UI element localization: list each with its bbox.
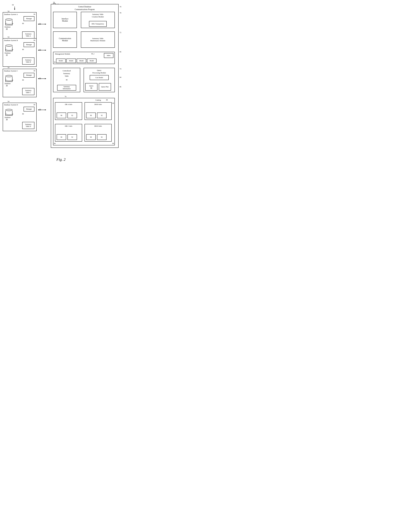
ref-94: 94 (54, 61, 55, 63)
svg-marker-10 (38, 78, 39, 79)
ref-80-b: 80 (22, 49, 24, 50)
ref-60-a: 60 (34, 13, 35, 15)
summary-table-maintenance-box: Summary Table Maintenance Module (81, 31, 115, 48)
interface-module-box: Interface Module (53, 12, 77, 28)
central-db-title: Central Database Communications Program (51, 6, 118, 11)
model-box-2: Model (66, 59, 76, 63)
model-box-3: Model (77, 59, 86, 63)
ref-72: 72 (120, 31, 121, 34)
ref-54-b: 54 (8, 36, 9, 38)
diagram: 50 52 Central Database Communications Pr… (0, 0, 122, 156)
ref-54-c: 54 (8, 67, 9, 69)
manager-a-box: Manager (24, 16, 34, 21)
ref-78: 78 (120, 12, 121, 14)
db-c-90-box: 90 (57, 134, 66, 140)
db-sys-c-label: Database System C (4, 70, 18, 72)
db-c-92-box: 92 (67, 134, 77, 140)
ref-84-1: 84 (120, 76, 121, 78)
ref-80-a: 80 (22, 22, 24, 25)
db-system-c-box: Database System C 60 Manager 80 Database… (3, 69, 37, 97)
ref-54-a: 54 (8, 10, 9, 12)
ref-88-4: 88 (112, 143, 114, 145)
summary-table-a-box: Summary Table A (22, 31, 34, 39)
ref-56-b: 56 (39, 49, 41, 51)
db-b-90-box: 90 (86, 112, 96, 118)
svg-marker-4 (38, 24, 39, 25)
db-d-92-box: 92 (97, 134, 106, 140)
query-plan-box: Query Plan (99, 83, 111, 91)
summary-table-b-box: Summary Table B (22, 57, 34, 65)
ref-50: 50 (12, 4, 14, 6)
manager-b-box: Manager (24, 42, 34, 47)
ref-76-label: 76 (65, 95, 66, 98)
cost-model-box: Cost Model (90, 75, 109, 80)
query-row: Query 85 Query Plan (85, 83, 111, 91)
central-db-box: Central Database Communications Program … (51, 4, 119, 148)
db-system-d-box: Database System D 60 Manager 80 Database… (3, 103, 37, 131)
ddl-transparency-box: DDL Transparency (89, 21, 107, 27)
svg-marker-12 (45, 109, 46, 110)
summary-table-d-box: Summary Table D (22, 122, 34, 129)
svg-marker-9 (45, 78, 46, 79)
centralized-summary-table-box: Centralized Summary Table 98 Summary Inf… (53, 68, 80, 92)
ref-80-c: 80 (22, 79, 24, 81)
svg-marker-13 (38, 109, 39, 110)
db-a-info-box: DB A Info 90 92 (55, 102, 82, 120)
database-a-cylinder (5, 19, 12, 25)
ref-88-3: 88 (54, 143, 55, 145)
db-sys-a-label: Database System A (4, 13, 18, 16)
summary-information-box: Summary Information (57, 85, 76, 91)
db-b-info-box: DB B Info 90 92 (85, 102, 112, 120)
model-box-4: Model (87, 59, 97, 63)
database-c-cylinder (5, 75, 12, 82)
ref-66: 66 (120, 51, 121, 53)
db-a-90-box: 90 (57, 112, 66, 118)
db-b-92-box: 92 (97, 112, 106, 118)
figure-title: Fig. 2 (0, 157, 122, 162)
summary-table-creation-box: Summary Table Creation Module DDL Transp… (81, 12, 115, 28)
db-a-92-box: 92 (67, 112, 77, 118)
ref-98: 98 (66, 79, 67, 81)
ref-60-b: 60 (34, 39, 35, 41)
index-box: Index (104, 53, 113, 58)
db-d-info-box: DB D Info 90 92 (85, 124, 112, 142)
ref-80-d: 80 (22, 113, 24, 115)
db-c-info-box: DB C Info 90 92 (55, 124, 82, 142)
management-module-box: Management Module 96 ↙ Index 94 Model Mo… (53, 52, 115, 64)
catalog-outer-box: Catalog 88 DB A Info 90 92 88 DB B Info … (53, 98, 115, 145)
db-sys-d-label: Database System D (4, 104, 18, 106)
ref-74: 74 (120, 68, 121, 70)
ref-54-d: 54 (8, 100, 9, 102)
ref-86: 86 (120, 86, 121, 88)
query-processing-module-box: Query Processing Module Cost Model Query… (84, 68, 115, 92)
ref-88-1: 88 (106, 99, 108, 101)
db-system-b-box: Database System B 60 Manager 80 Database… (3, 38, 37, 67)
model-box-1: Model (56, 59, 66, 63)
svg-marker-3 (45, 24, 46, 25)
ref-60-d: 60 (34, 104, 35, 106)
communication-module-box: Communication Module (53, 31, 77, 48)
ref-56-a: 56 (39, 23, 41, 25)
ref-56-d: 56 (39, 108, 41, 111)
ref-88-2: 88 (112, 102, 114, 104)
model-boxes: Model Model Model Model (56, 59, 97, 63)
ref-56-c: 56 (39, 77, 41, 79)
summary-table-c-box: Summary Table C (22, 88, 34, 95)
ref-60-c: 60 (34, 70, 35, 72)
ref-70: 70 (120, 6, 121, 8)
manager-c-box: Manager (24, 73, 34, 78)
svg-marker-6 (45, 50, 46, 51)
query-85-box: Query 85 (85, 83, 97, 91)
ref-96-label: 96 (91, 53, 93, 55)
svg-marker-1 (14, 9, 15, 10)
db-d-90-box: 90 (86, 134, 96, 140)
ref-52: 52 (53, 1, 55, 4)
database-d-cylinder (5, 109, 12, 116)
svg-marker-7 (38, 50, 39, 51)
manager-d-box: Manager (24, 107, 34, 112)
db-sys-b-label: Database System B (4, 39, 18, 41)
database-b-cylinder (5, 45, 12, 51)
catalog-label: Catalog (95, 99, 101, 101)
